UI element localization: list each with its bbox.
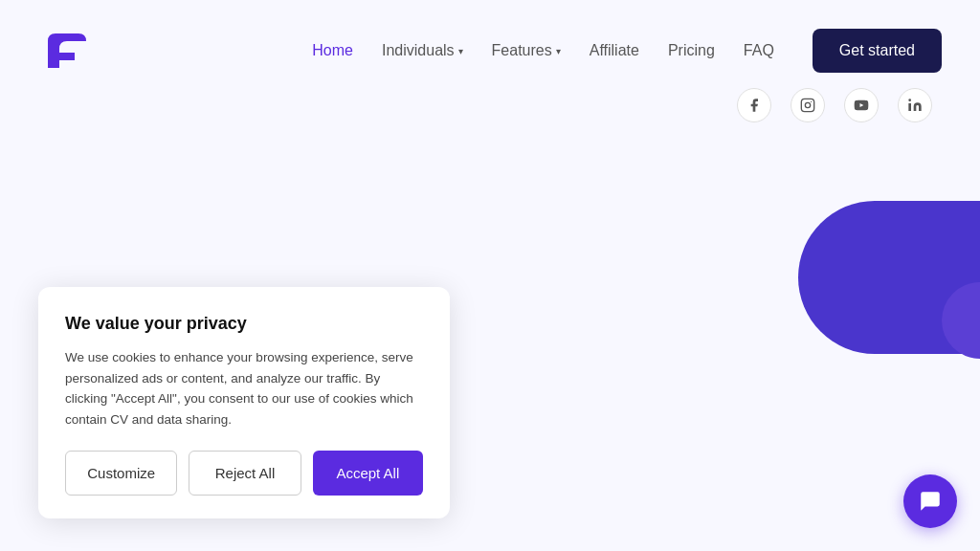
social-icons [737, 88, 942, 122]
get-started-button[interactable]: Get started [813, 29, 942, 73]
facebook-icon[interactable] [737, 88, 771, 122]
svg-rect-4 [908, 103, 911, 111]
instagram-icon[interactable] [791, 88, 825, 122]
svg-point-2 [811, 101, 812, 102]
svg-point-5 [908, 99, 911, 101]
svg-point-1 [805, 102, 810, 107]
cookie-title: We value your privacy [65, 314, 423, 334]
reject-all-button[interactable]: Reject All [189, 451, 301, 496]
header: Home Individuals ▾ Features ▾ Affiliate … [0, 0, 980, 172]
main-nav: Home Individuals ▾ Features ▾ Affiliate … [312, 29, 942, 73]
logo[interactable] [38, 32, 86, 70]
linkedin-icon[interactable] [898, 88, 932, 122]
cookie-buttons: Customize Reject All Accept All [65, 451, 423, 496]
nav-faq[interactable]: FAQ [744, 42, 774, 59]
cookie-banner: We value your privacy We use cookies to … [38, 287, 450, 518]
chat-button[interactable] [903, 474, 957, 528]
customize-button[interactable]: Customize [65, 451, 177, 496]
nav-home[interactable]: Home [312, 42, 353, 59]
svg-rect-0 [801, 99, 813, 111]
nav-affiliate[interactable]: Affiliate [590, 42, 639, 59]
youtube-icon[interactable] [844, 88, 879, 122]
nav-pricing[interactable]: Pricing [668, 42, 715, 59]
nav-individuals[interactable]: Individuals ▾ [382, 42, 463, 59]
chat-icon [918, 489, 943, 514]
accept-all-button[interactable]: Accept All [313, 451, 423, 496]
chevron-down-icon: ▾ [458, 46, 463, 56]
nav-features[interactable]: Features ▾ [492, 42, 561, 59]
cookie-text: We use cookies to enhance your browsing … [65, 347, 423, 430]
chevron-down-icon: ▾ [556, 46, 561, 56]
header-top: Home Individuals ▾ Features ▾ Affiliate … [38, 0, 942, 73]
